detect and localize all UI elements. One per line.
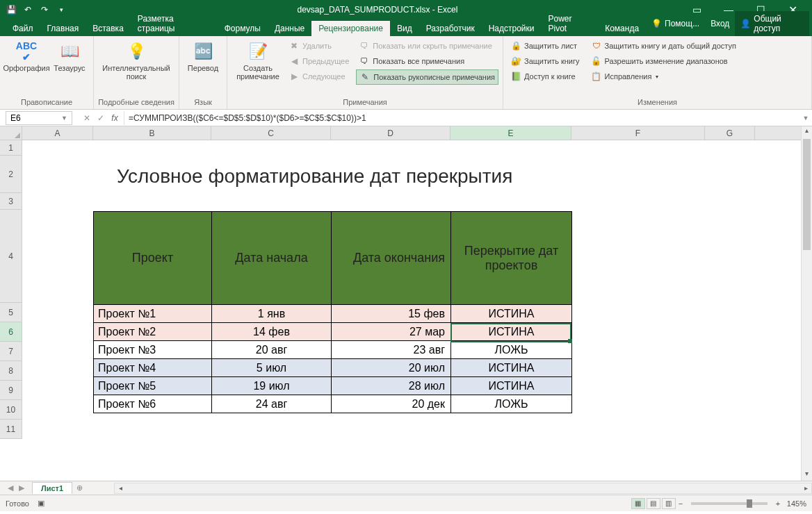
table-cell[interactable]: 20 авг	[212, 341, 332, 359]
fx-icon[interactable]: fx	[108, 113, 121, 123]
show-all-comments-button[interactable]: 🗨Показать все примечания	[356, 54, 498, 68]
horizontal-scrollbar[interactable]: ◂ ▸	[114, 483, 812, 494]
table-cell[interactable]: 1 янв	[212, 305, 332, 323]
row-header-10[interactable]: 10	[0, 400, 22, 420]
name-box[interactable]: E6▼	[6, 111, 72, 125]
vscroll-thumb[interactable]	[803, 139, 811, 250]
chevron-down-icon[interactable]: ▼	[61, 115, 67, 122]
column-header-C[interactable]: C	[211, 126, 331, 140]
row-header-8[interactable]: 8	[0, 361, 22, 381]
column-header-A[interactable]: A	[22, 126, 93, 140]
save-icon[interactable]: 💾	[4, 3, 18, 17]
nav-next-icon[interactable]: ▶	[17, 483, 26, 492]
table-header[interactable]: Проект	[94, 212, 212, 305]
row-header-11[interactable]: 11	[0, 420, 22, 439]
enter-icon[interactable]: ✓	[95, 113, 107, 123]
nav-prev-icon[interactable]: ◀	[6, 483, 15, 492]
previous-comment-button[interactable]: ◀Предыдущее	[286, 54, 352, 68]
row-header-6[interactable]: 6	[0, 322, 22, 342]
allow-edit-ranges-button[interactable]: 🔓Разрешить изменение диапазонов	[588, 54, 739, 68]
table-cell[interactable]: ИСТИНА	[451, 323, 572, 341]
table-cell[interactable]: 15 фев	[332, 305, 451, 323]
zoom-thumb[interactable]	[747, 499, 752, 508]
zoom-in-button[interactable]: +	[773, 499, 783, 508]
table-cell[interactable]: ЛОЖЬ	[451, 341, 572, 359]
tab-home[interactable]: Главная	[40, 21, 86, 36]
row-header-1[interactable]: 1	[0, 140, 22, 156]
table-cell[interactable]: Проект №6	[94, 395, 212, 413]
show-hide-comment-button[interactable]: 🗨Показать или скрыть примечание	[356, 39, 498, 53]
spelling-button[interactable]: ABC✔Орфография	[4, 39, 49, 97]
add-sheet-button[interactable]: ⊕	[72, 483, 86, 492]
qat-dropdown-icon[interactable]: ▾	[54, 3, 68, 17]
scroll-right-icon[interactable]: ▸	[800, 484, 811, 492]
table-cell[interactable]: Проект №2	[94, 323, 212, 341]
tab-view[interactable]: Вид	[390, 21, 419, 36]
row-header-5[interactable]: 5	[0, 303, 22, 322]
zoom-slider[interactable]	[691, 502, 768, 505]
tab-data[interactable]: Данные	[268, 21, 311, 36]
table-header[interactable]: Перекрытие дат проектов	[451, 212, 572, 305]
protect-share-button[interactable]: 🛡Защитить книгу и дать общий доступ	[588, 39, 739, 53]
tab-file[interactable]: Файл	[6, 21, 40, 36]
scroll-up-icon[interactable]: ▴	[802, 126, 812, 138]
vertical-scrollbar[interactable]: ▴ ▾	[801, 126, 812, 481]
column-header-B[interactable]: B	[93, 126, 211, 140]
row-header-9[interactable]: 9	[0, 381, 22, 400]
protect-workbook-button[interactable]: 🔐Защитить книгу	[508, 54, 583, 68]
track-changes-button[interactable]: 📋Исправления▾	[588, 69, 739, 83]
row-header-4[interactable]: 4	[0, 210, 22, 303]
table-cell[interactable]: ИСТИНА	[451, 305, 572, 323]
column-header-G[interactable]: G	[705, 126, 755, 140]
select-all-button[interactable]	[0, 126, 22, 140]
sheet-nav[interactable]: ◀▶	[0, 483, 32, 492]
view-normal-icon[interactable]: ▦	[631, 498, 645, 509]
tab-addins[interactable]: Надстройки	[482, 21, 542, 36]
table-cell[interactable]: Проект №4	[94, 359, 212, 377]
row-header-3[interactable]: 3	[0, 193, 22, 210]
tab-developer[interactable]: Разработчик	[419, 21, 482, 36]
translate-button[interactable]: 🔤Перевод	[184, 39, 222, 97]
smart-lookup-button[interactable]: 💡Интеллектуальный поиск	[98, 39, 174, 97]
undo-icon[interactable]: ↶	[21, 3, 35, 17]
zoom-level[interactable]: 145%	[787, 499, 806, 508]
table-cell[interactable]: 20 дек	[332, 395, 451, 413]
table-cell[interactable]: ИСТИНА	[451, 359, 572, 377]
table-cell[interactable]: ЛОЖЬ	[451, 395, 572, 413]
tell-me[interactable]: 💡Помощ...	[646, 16, 705, 31]
tab-page-layout[interactable]: Разметка страницы	[131, 11, 218, 36]
show-ink-button[interactable]: ✎Показать рукописные примечания	[356, 69, 498, 85]
column-header-D[interactable]: D	[331, 126, 450, 140]
protect-sheet-button[interactable]: 🔒Защитить лист	[508, 39, 583, 53]
table-cell[interactable]: 20 июл	[332, 359, 451, 377]
share-workbook-button[interactable]: 📗Доступ к книге	[508, 69, 583, 83]
row-header-7[interactable]: 7	[0, 342, 22, 361]
table-cell[interactable]: 28 июл	[332, 377, 451, 395]
tab-review[interactable]: Рецензирование	[311, 21, 390, 36]
sheet-tab-active[interactable]: Лист1	[32, 482, 72, 494]
formula-input[interactable]: =СУММПРОИЗВ(($C6<=$D$5:$D$10)*($D6>=$C$5…	[124, 111, 799, 125]
table-cell[interactable]: 19 июл	[212, 377, 332, 395]
redo-icon[interactable]: ↷	[38, 3, 51, 17]
sheet-content[interactable]: Условное форматирование дат перекрытия П…	[22, 140, 801, 481]
table-header[interactable]: Дата начала	[212, 212, 332, 305]
macro-record-icon[interactable]: ▣	[38, 499, 44, 508]
new-comment-button[interactable]: 📝Создать примечание	[232, 39, 284, 97]
column-header-F[interactable]: F	[571, 126, 705, 140]
scroll-down-icon[interactable]: ▾	[802, 470, 812, 481]
tab-power-pivot[interactable]: Power Pivot	[541, 11, 598, 36]
signin[interactable]: Вход	[705, 16, 735, 31]
delete-comment-button[interactable]: ✖Удалить	[286, 39, 352, 53]
table-cell[interactable]: 27 мар	[332, 323, 451, 341]
next-comment-button[interactable]: ▶Следующее	[286, 69, 352, 83]
formula-expand-icon[interactable]: ▼	[799, 115, 812, 122]
view-page-layout-icon[interactable]: ▤	[647, 498, 660, 509]
table-cell[interactable]: 23 авг	[332, 341, 451, 359]
column-header-E[interactable]: E	[450, 126, 571, 140]
scroll-left-icon[interactable]: ◂	[115, 484, 126, 492]
cancel-icon[interactable]: ✕	[81, 113, 93, 123]
table-cell[interactable]: 5 июл	[212, 359, 332, 377]
zoom-out-button[interactable]: −	[676, 499, 685, 508]
tab-team[interactable]: Команда	[598, 21, 646, 36]
tab-insert[interactable]: Вставка	[86, 21, 131, 36]
